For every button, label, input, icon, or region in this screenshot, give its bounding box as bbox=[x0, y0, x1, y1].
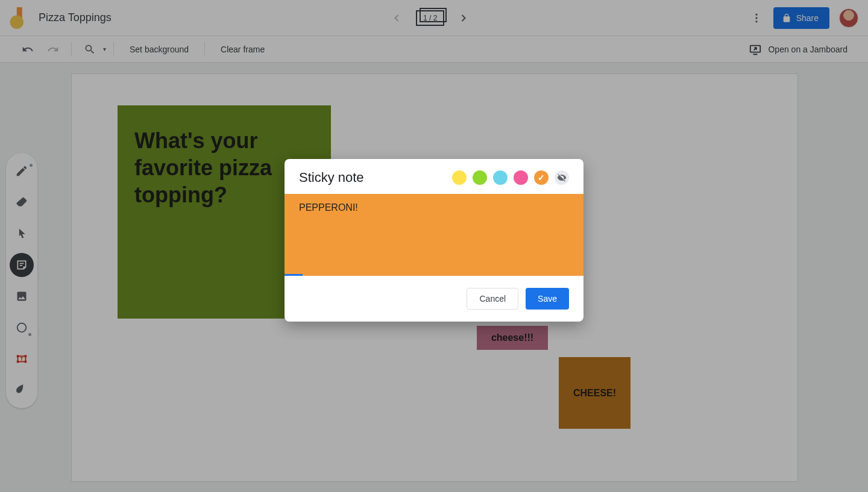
svg-text:T: T bbox=[20, 357, 23, 362]
svg-point-3 bbox=[755, 17, 757, 19]
cancel-button[interactable]: Cancel bbox=[467, 288, 518, 310]
dialog-footer: Cancel Save bbox=[285, 276, 583, 322]
svg-rect-12 bbox=[17, 361, 19, 363]
sticky-note-dialog: Sticky note Cancel Save bbox=[285, 159, 583, 322]
save-button[interactable]: Save bbox=[526, 288, 569, 310]
dialog-body bbox=[285, 194, 583, 276]
next-frame-button[interactable] bbox=[455, 10, 472, 26]
zoom-dropdown-caret: ▾ bbox=[103, 46, 106, 52]
redo-button[interactable] bbox=[42, 39, 64, 60]
eraser-tool[interactable] bbox=[10, 190, 34, 214]
lock-icon bbox=[782, 13, 791, 23]
dialog-title: Sticky note bbox=[299, 170, 452, 185]
swatch-none[interactable] bbox=[555, 170, 569, 185]
swatch-yellow[interactable] bbox=[452, 170, 467, 185]
header-actions: Share bbox=[749, 7, 858, 29]
sticky-note-cheese-1[interactable]: cheese!!! bbox=[477, 326, 548, 350]
svg-point-1 bbox=[10, 15, 24, 29]
laser-tool[interactable] bbox=[10, 378, 34, 402]
clear-frame-button[interactable]: Clear frame bbox=[212, 39, 273, 60]
zoom-icon bbox=[79, 39, 101, 60]
dialog-header: Sticky note bbox=[285, 159, 583, 194]
share-button[interactable]: Share bbox=[773, 7, 829, 29]
svg-point-2 bbox=[755, 13, 757, 15]
app-header: Pizza Toppings 1 / 2 Share bbox=[0, 0, 868, 36]
swatch-orange[interactable] bbox=[534, 170, 549, 185]
toolbar: ▾ Set background Clear frame Open on a J… bbox=[0, 36, 868, 63]
jamboard-logo-icon bbox=[10, 7, 27, 29]
set-background-button[interactable]: Set background bbox=[121, 39, 197, 60]
shape-tool[interactable] bbox=[10, 316, 34, 340]
toolbar-divider bbox=[113, 42, 114, 57]
color-swatches bbox=[452, 170, 569, 185]
more-options-icon[interactable] bbox=[749, 11, 764, 25]
zoom-control[interactable]: ▾ bbox=[79, 39, 106, 60]
image-tool[interactable] bbox=[10, 284, 34, 308]
sticky-note-tool[interactable] bbox=[10, 253, 34, 277]
undo-button[interactable] bbox=[17, 39, 39, 60]
sticky-note-cheese-2[interactable]: CHEESE! bbox=[559, 357, 631, 429]
frame-nav: 1 / 2 bbox=[112, 10, 749, 26]
swatch-green[interactable] bbox=[473, 170, 487, 185]
open-on-jamboard-button[interactable]: Open on a Jamboard bbox=[745, 43, 851, 56]
toolbar-divider bbox=[204, 42, 205, 57]
document-title[interactable]: Pizza Toppings bbox=[39, 11, 112, 24]
svg-point-4 bbox=[755, 20, 757, 22]
pen-tool[interactable] bbox=[10, 159, 34, 183]
toolbar-divider bbox=[71, 42, 72, 57]
pen-color-dot bbox=[30, 164, 33, 167]
select-tool[interactable] bbox=[10, 222, 34, 246]
user-avatar[interactable] bbox=[839, 8, 858, 28]
svg-rect-13 bbox=[25, 361, 27, 363]
shape-more-dot bbox=[28, 333, 31, 336]
svg-rect-11 bbox=[25, 355, 27, 358]
swatch-pink[interactable] bbox=[514, 170, 528, 185]
prev-frame-button[interactable] bbox=[388, 10, 405, 26]
frame-counter[interactable]: 1 / 2 bbox=[416, 10, 444, 26]
side-toolbar: T bbox=[6, 153, 37, 408]
svg-point-8 bbox=[17, 323, 27, 332]
textbox-tool[interactable]: T bbox=[10, 347, 34, 371]
sticky-note-input[interactable] bbox=[299, 202, 569, 267]
svg-rect-10 bbox=[17, 355, 19, 358]
input-focus-indicator bbox=[285, 274, 303, 276]
swatch-blue[interactable] bbox=[493, 170, 508, 185]
cast-icon bbox=[749, 43, 762, 56]
